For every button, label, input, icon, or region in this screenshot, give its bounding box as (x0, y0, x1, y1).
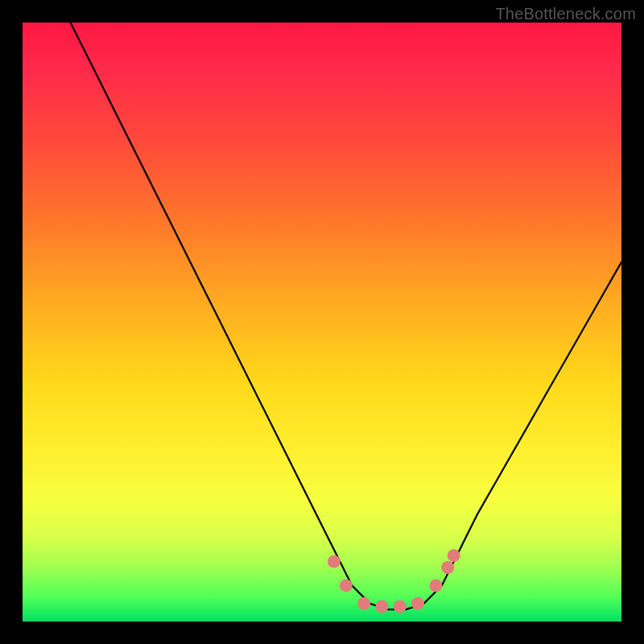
bottleneck-curve (71, 23, 622, 609)
highlight-dot (394, 600, 407, 613)
plot-area (23, 23, 621, 621)
highlight-dot (328, 555, 341, 568)
min-region-dots (328, 549, 460, 613)
highlight-dot (448, 549, 460, 562)
watermark-text: TheBottleneck.com (495, 5, 636, 23)
highlight-dot (441, 561, 454, 574)
highlight-dot (375, 600, 388, 613)
highlight-dot (357, 597, 370, 610)
highlight-dot (411, 597, 424, 610)
curve-svg (23, 23, 621, 621)
highlight-dot (340, 579, 353, 592)
chart-frame: TheBottleneck.com (0, 0, 644, 644)
highlight-dot (429, 579, 442, 592)
